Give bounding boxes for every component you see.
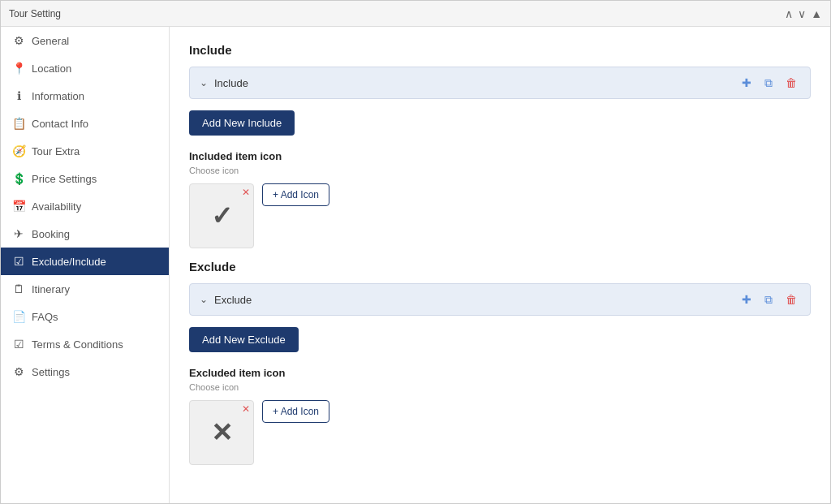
itinerary-icon: 🗒 [12,282,25,295]
include-section-title: Include [189,43,811,57]
sidebar-item-label: Tour Extra [32,145,80,157]
excluded-icon-sub: Choose icon [189,382,811,392]
exclude-add-action-btn[interactable]: ✚ [738,291,755,308]
terms-icon: ☑ [12,338,25,351]
sidebar-item-label: FAQs [32,311,58,323]
tour-extra-icon: 🧭 [12,144,25,157]
included-icon-box: ✕ ✓ [189,183,254,248]
exclude-include-icon: ☑ [12,255,25,268]
sidebar-item-contact-info[interactable]: 📋 Contact Info [1,110,169,137]
content-area: ⚙ General 📍 Location ℹ Information 📋 Con… [1,27,830,503]
sidebar-item-label: Information [32,90,84,102]
sidebar-item-settings[interactable]: ⚙ Settings [1,358,169,386]
add-new-exclude-button[interactable]: Add New Exclude [189,327,299,352]
add-exclude-icon-button[interactable]: + Add Icon [262,400,329,423]
faqs-icon: 📄 [12,310,25,323]
sidebar-item-label: Location [32,62,71,75]
add-include-icon-button[interactable]: + Add Icon [262,183,329,206]
include-copy-action-btn[interactable]: ⧉ [761,75,776,92]
exclude-accordion[interactable]: ⌄ Exclude ✚ ⧉ 🗑 [189,283,811,316]
sidebar-item-itinerary[interactable]: 🗒 Itinerary [1,275,169,303]
price-icon: 💲 [12,172,25,185]
sidebar-item-information[interactable]: ℹ Information [1,82,169,110]
include-accordion-actions: ✚ ⧉ 🗑 [738,75,800,92]
excluded-icon-grid: ✕ ✕ + Add Icon [189,400,811,465]
app-window: Tour Setting ∧ ∨ ▲ ⚙ General 📍 Location … [0,0,831,504]
excluded-icon-section: Excluded item icon Choose icon ✕ ✕ + Add… [189,367,811,465]
main-content: Include ⌄ Include ✚ ⧉ 🗑 Add New Include … [170,27,830,503]
include-chevron-icon: ⌄ [200,77,208,88]
sidebar-item-faqs[interactable]: 📄 FAQs [1,303,169,330]
sidebar-item-exclude-include[interactable]: ☑ Exclude/Include [1,248,169,275]
sidebar-item-label: Exclude/Include [32,256,106,268]
sidebar-item-terms-conditions[interactable]: ☑ Terms & Conditions [1,330,169,358]
sidebar-item-label: General [32,35,69,47]
booking-icon: ✈ [12,227,25,240]
excluded-icon-symbol: ✕ [211,417,233,448]
sidebar-item-label: Booking [32,228,70,240]
expand-icon[interactable]: ▲ [811,7,822,20]
window-controls: ∧ ∨ ▲ [785,7,822,20]
availability-icon: 📅 [12,200,25,213]
included-icon-sub: Choose icon [189,166,811,175]
collapse-down-icon[interactable]: ∨ [798,7,806,20]
exclude-section-title: Exclude [189,260,811,274]
sidebar-item-tour-extra[interactable]: 🧭 Tour Extra [1,137,169,165]
sidebar-item-location[interactable]: 📍 Location [1,54,169,82]
exclude-chevron-icon: ⌄ [200,294,208,305]
sidebar-item-label: Settings [32,366,70,378]
include-delete-action-btn[interactable]: 🗑 [782,75,800,91]
sidebar: ⚙ General 📍 Location ℹ Information 📋 Con… [1,27,170,503]
contact-icon: 📋 [12,117,25,130]
sidebar-item-booking[interactable]: ✈ Booking [1,220,169,248]
location-icon: 📍 [12,62,25,75]
window-title: Tour Setting [9,8,61,19]
info-icon: ℹ [12,89,25,102]
include-add-action-btn[interactable]: ✚ [738,75,755,91]
gear-icon: ⚙ [12,34,25,47]
exclude-accordion-label: Exclude [214,294,738,306]
included-icon-remove[interactable]: ✕ [242,187,250,197]
included-icon-symbol: ✓ [211,200,233,231]
sidebar-item-label: Terms & Conditions [32,338,123,351]
sidebar-item-label: Price Settings [32,173,97,185]
included-icon-section: Included item icon Choose icon ✕ ✓ + Add… [189,150,811,248]
sidebar-item-general[interactable]: ⚙ General [1,27,169,54]
sidebar-item-label: Contact Info [32,118,88,130]
exclude-accordion-actions: ✚ ⧉ 🗑 [738,291,800,308]
add-new-include-button[interactable]: Add New Include [189,110,295,136]
sidebar-item-price-settings[interactable]: 💲 Price Settings [1,165,169,192]
include-accordion-label: Include [214,77,738,89]
sidebar-item-label: Availability [32,200,81,213]
sidebar-item-availability[interactable]: 📅 Availability [1,192,169,220]
excluded-icon-box: ✕ ✕ [189,400,254,465]
settings-icon: ⚙ [12,365,25,378]
titlebar: Tour Setting ∧ ∨ ▲ [1,1,830,27]
included-icon-title: Included item icon [189,150,811,162]
excluded-icon-title: Excluded item icon [189,367,811,379]
included-icon-grid: ✕ ✓ + Add Icon [189,183,811,248]
exclude-copy-action-btn[interactable]: ⧉ [761,291,776,308]
excluded-icon-remove[interactable]: ✕ [242,404,250,414]
exclude-delete-action-btn[interactable]: 🗑 [782,291,800,308]
sidebar-item-label: Itinerary [32,283,70,295]
collapse-up-icon[interactable]: ∧ [785,7,793,20]
include-accordion[interactable]: ⌄ Include ✚ ⧉ 🗑 [189,67,811,99]
